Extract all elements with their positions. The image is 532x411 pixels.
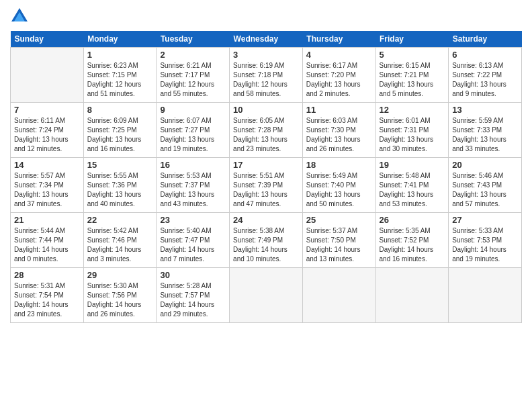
day-number: 15 <box>87 160 153 170</box>
calendar-cell: 15Sunrise: 5:55 AMSunset: 7:36 PMDayligh… <box>83 158 157 213</box>
calendar-cell: 13Sunrise: 5:59 AMSunset: 7:33 PMDayligh… <box>449 103 522 158</box>
day-number: 16 <box>160 160 226 170</box>
page-container: SundayMondayTuesdayWednesdayThursdayFrid… <box>0 0 532 330</box>
day-info: Sunrise: 5:59 AMSunset: 7:33 PMDaylight:… <box>452 117 506 152</box>
day-info: Sunrise: 6:17 AMSunset: 7:20 PMDaylight:… <box>306 62 361 97</box>
day-info: Sunrise: 6:13 AMSunset: 7:22 PMDaylight:… <box>452 62 506 97</box>
calendar-cell: 10Sunrise: 6:05 AMSunset: 7:28 PMDayligh… <box>230 103 303 158</box>
calendar-cell: 21Sunrise: 5:44 AMSunset: 7:44 PMDayligh… <box>11 213 84 268</box>
day-number: 11 <box>306 105 372 115</box>
day-header-sunday: Sunday <box>11 31 84 48</box>
day-info: Sunrise: 5:33 AMSunset: 7:53 PMDaylight:… <box>452 227 506 263</box>
day-number: 17 <box>233 160 299 170</box>
week-row-3: 14Sunrise: 5:57 AMSunset: 7:34 PMDayligh… <box>11 158 522 213</box>
day-number: 20 <box>452 160 518 170</box>
day-info: Sunrise: 5:38 AMSunset: 7:49 PMDaylight:… <box>233 227 287 263</box>
day-info: Sunrise: 5:31 AMSunset: 7:54 PMDaylight:… <box>14 282 69 318</box>
day-number: 30 <box>160 270 226 280</box>
day-info: Sunrise: 5:42 AMSunset: 7:46 PMDaylight:… <box>87 227 142 263</box>
day-header-monday: Monday <box>83 31 157 48</box>
day-info: Sunrise: 6:09 AMSunset: 7:25 PMDaylight:… <box>87 117 142 152</box>
day-info: Sunrise: 5:49 AMSunset: 7:40 PMDaylight:… <box>306 172 361 208</box>
day-info: Sunrise: 5:28 AMSunset: 7:57 PMDaylight:… <box>160 282 214 318</box>
week-row-5: 28Sunrise: 5:31 AMSunset: 7:54 PMDayligh… <box>11 268 522 323</box>
day-header-tuesday: Tuesday <box>157 31 230 48</box>
calendar-cell: 29Sunrise: 5:30 AMSunset: 7:56 PMDayligh… <box>83 268 157 323</box>
calendar-cell: 11Sunrise: 6:03 AMSunset: 7:30 PMDayligh… <box>302 103 375 158</box>
calendar-cell: 23Sunrise: 5:40 AMSunset: 7:47 PMDayligh… <box>157 213 230 268</box>
day-number: 10 <box>233 105 299 115</box>
logo-icon <box>10 7 29 26</box>
day-info: Sunrise: 5:44 AMSunset: 7:44 PMDaylight:… <box>14 227 69 263</box>
day-number: 7 <box>14 105 80 115</box>
day-number: 27 <box>452 215 518 225</box>
calendar-cell <box>449 268 522 323</box>
calendar-cell: 2Sunrise: 6:21 AMSunset: 7:17 PMDaylight… <box>157 48 230 103</box>
day-info: Sunrise: 5:51 AMSunset: 7:39 PMDaylight:… <box>233 172 287 208</box>
calendar-header-row: SundayMondayTuesdayWednesdayThursdayFrid… <box>11 31 522 48</box>
day-number: 8 <box>87 105 153 115</box>
day-info: Sunrise: 5:40 AMSunset: 7:47 PMDaylight:… <box>160 227 214 263</box>
day-number: 1 <box>87 50 153 60</box>
calendar-cell <box>11 48 84 103</box>
day-info: Sunrise: 6:23 AMSunset: 7:15 PMDaylight:… <box>87 62 142 97</box>
day-number: 2 <box>160 50 226 60</box>
day-info: Sunrise: 6:05 AMSunset: 7:28 PMDaylight:… <box>233 117 287 152</box>
calendar-cell: 28Sunrise: 5:31 AMSunset: 7:54 PMDayligh… <box>11 268 84 323</box>
day-number: 5 <box>380 50 445 60</box>
calendar-table: SundayMondayTuesdayWednesdayThursdayFrid… <box>10 31 522 323</box>
day-number: 24 <box>233 215 299 225</box>
calendar-cell: 7Sunrise: 6:11 AMSunset: 7:24 PMDaylight… <box>11 103 84 158</box>
day-info: Sunrise: 6:19 AMSunset: 7:18 PMDaylight:… <box>233 62 287 97</box>
day-number: 13 <box>452 105 518 115</box>
day-number: 14 <box>14 160 80 170</box>
day-info: Sunrise: 6:15 AMSunset: 7:21 PMDaylight:… <box>380 62 434 97</box>
day-info: Sunrise: 5:37 AMSunset: 7:50 PMDaylight:… <box>306 227 361 263</box>
day-header-saturday: Saturday <box>449 31 522 48</box>
day-header-thursday: Thursday <box>302 31 375 48</box>
calendar-cell: 5Sunrise: 6:15 AMSunset: 7:21 PMDaylight… <box>375 48 449 103</box>
calendar-body: 1Sunrise: 6:23 AMSunset: 7:15 PMDaylight… <box>11 48 522 323</box>
calendar-cell: 12Sunrise: 6:01 AMSunset: 7:31 PMDayligh… <box>375 103 449 158</box>
calendar-cell: 16Sunrise: 5:53 AMSunset: 7:37 PMDayligh… <box>157 158 230 213</box>
day-number: 18 <box>306 160 372 170</box>
calendar-cell: 4Sunrise: 6:17 AMSunset: 7:20 PMDaylight… <box>302 48 375 103</box>
calendar-cell <box>375 268 449 323</box>
day-number: 9 <box>160 105 226 115</box>
calendar-cell: 17Sunrise: 5:51 AMSunset: 7:39 PMDayligh… <box>230 158 303 213</box>
page-header <box>10 7 522 26</box>
day-info: Sunrise: 6:01 AMSunset: 7:31 PMDaylight:… <box>380 117 434 152</box>
calendar-cell: 9Sunrise: 6:07 AMSunset: 7:27 PMDaylight… <box>157 103 230 158</box>
day-number: 21 <box>14 215 80 225</box>
logo <box>10 7 30 26</box>
calendar-cell: 26Sunrise: 5:35 AMSunset: 7:52 PMDayligh… <box>375 213 449 268</box>
day-number: 28 <box>14 270 80 280</box>
calendar-cell: 20Sunrise: 5:46 AMSunset: 7:43 PMDayligh… <box>449 158 522 213</box>
day-info: Sunrise: 5:55 AMSunset: 7:36 PMDaylight:… <box>87 172 142 208</box>
calendar-cell: 8Sunrise: 6:09 AMSunset: 7:25 PMDaylight… <box>83 103 157 158</box>
day-info: Sunrise: 6:11 AMSunset: 7:24 PMDaylight:… <box>14 117 69 152</box>
day-info: Sunrise: 5:53 AMSunset: 7:37 PMDaylight:… <box>160 172 214 208</box>
day-number: 22 <box>87 215 153 225</box>
day-header-wednesday: Wednesday <box>230 31 303 48</box>
calendar-cell: 27Sunrise: 5:33 AMSunset: 7:53 PMDayligh… <box>449 213 522 268</box>
day-header-friday: Friday <box>375 31 449 48</box>
calendar-cell <box>230 268 303 323</box>
calendar-cell: 3Sunrise: 6:19 AMSunset: 7:18 PMDaylight… <box>230 48 303 103</box>
calendar-cell: 19Sunrise: 5:48 AMSunset: 7:41 PMDayligh… <box>375 158 449 213</box>
day-number: 4 <box>306 50 372 60</box>
calendar-cell: 6Sunrise: 6:13 AMSunset: 7:22 PMDaylight… <box>449 48 522 103</box>
day-info: Sunrise: 5:46 AMSunset: 7:43 PMDaylight:… <box>452 172 506 208</box>
day-info: Sunrise: 6:03 AMSunset: 7:30 PMDaylight:… <box>306 117 361 152</box>
week-row-4: 21Sunrise: 5:44 AMSunset: 7:44 PMDayligh… <box>11 213 522 268</box>
day-number: 6 <box>452 50 518 60</box>
day-number: 23 <box>160 215 226 225</box>
calendar-cell: 30Sunrise: 5:28 AMSunset: 7:57 PMDayligh… <box>157 268 230 323</box>
day-number: 19 <box>380 160 445 170</box>
day-number: 29 <box>87 270 153 280</box>
calendar-cell: 1Sunrise: 6:23 AMSunset: 7:15 PMDaylight… <box>83 48 157 103</box>
day-info: Sunrise: 6:21 AMSunset: 7:17 PMDaylight:… <box>160 62 214 97</box>
day-info: Sunrise: 5:30 AMSunset: 7:56 PMDaylight:… <box>87 282 142 318</box>
calendar-cell: 22Sunrise: 5:42 AMSunset: 7:46 PMDayligh… <box>83 213 157 268</box>
calendar-cell <box>302 268 375 323</box>
